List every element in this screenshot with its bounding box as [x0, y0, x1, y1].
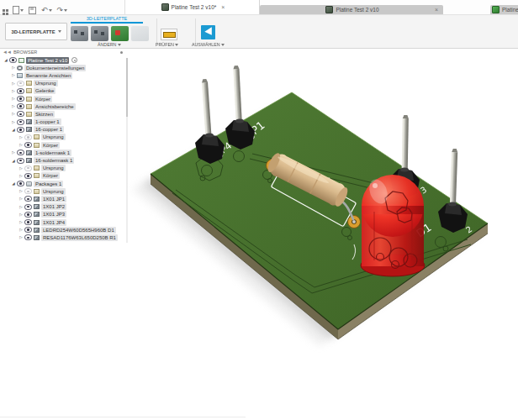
- tree-item-label[interactable]: Körper: [41, 172, 60, 179]
- tree-item[interactable]: ▷1-soldermask 1: [0, 149, 130, 156]
- visibility-eye-icon[interactable]: [9, 57, 17, 63]
- chevron-icon[interactable]: ◢: [10, 181, 17, 186]
- board-edit-tool-icon[interactable]: [91, 26, 108, 41]
- tree-item[interactable]: ▷Ursprung: [0, 165, 130, 172]
- tree-item[interactable]: ◢16-soldermask 1: [0, 156, 130, 164]
- visibility-eye-icon[interactable]: [24, 142, 32, 148]
- select-cursor-icon[interactable]: [201, 25, 215, 39]
- tree-item[interactable]: ▷Ansichtsbereiche: [0, 102, 130, 110]
- visibility-eye-icon[interactable]: [17, 119, 24, 125]
- pin-header-jp1[interactable]: [225, 66, 255, 150]
- tree-item-label[interactable]: Ursprung: [41, 165, 66, 171]
- chevron-icon[interactable]: ◢: [10, 128, 17, 132]
- aendern-menu[interactable]: ÄNDERN: [98, 42, 121, 47]
- pin-header-jp2[interactable]: [438, 149, 468, 233]
- tree-item[interactable]: ▷1X01 JP1: [0, 195, 130, 202]
- tree-item[interactable]: ▷1X01 JP2: [0, 203, 130, 211]
- chevron-icon[interactable]: ▷: [18, 189, 24, 193]
- chevron-icon[interactable]: ◢: [10, 159, 17, 163]
- tree-item-label[interactable]: 1-copper 1: [34, 118, 61, 125]
- chevron-icon[interactable]: ▷: [10, 97, 17, 101]
- chevron-icon[interactable]: ▷: [10, 73, 17, 77]
- chevron-icon[interactable]: ▷: [18, 166, 24, 171]
- tree-item-label[interactable]: 1X01 JP3: [41, 211, 66, 218]
- tree-item-label[interactable]: 1X01 JP2: [41, 203, 66, 210]
- tree-item[interactable]: ◢16-copper 1: [0, 126, 130, 134]
- tree-item[interactable]: ▷Benannte Ansichten: [0, 71, 130, 79]
- visibility-eye-icon[interactable]: [24, 227, 32, 233]
- tree-item-label[interactable]: 16-soldermask 1: [34, 157, 74, 164]
- chevron-icon[interactable]: ▷: [18, 213, 24, 217]
- chevron-icon[interactable]: ▷: [18, 205, 24, 209]
- activate-radio-icon[interactable]: [71, 57, 77, 63]
- tree-item-label[interactable]: Ursprung: [41, 188, 66, 195]
- chevron-icon[interactable]: ▷: [18, 235, 24, 239]
- app-grid-icon[interactable]: [3, 9, 5, 12]
- visibility-eye-icon[interactable]: [17, 111, 24, 117]
- chevron-icon[interactable]: ▷: [18, 197, 24, 201]
- visibility-eye-icon[interactable]: [24, 234, 32, 240]
- visibility-eye-icon[interactable]: [17, 96, 24, 102]
- tree-item-label[interactable]: 1X01 JP4: [41, 219, 66, 226]
- tree-item-label[interactable]: Platine Test 2 v10: [26, 57, 69, 64]
- tree-item[interactable]: ▷1-copper 1: [0, 118, 130, 126]
- tree-item-label[interactable]: Benannte Ansichten: [24, 72, 72, 79]
- redo-button[interactable]: ↷: [57, 7, 68, 14]
- document-tab-active[interactable]: Platine Test 2 v10* ×: [124, 0, 260, 14]
- close-tab-icon[interactable]: ×: [435, 7, 438, 13]
- tree-item[interactable]: ▷RESAD1176W63L650D250B R1: [0, 234, 130, 241]
- visibility-eye-icon[interactable]: [17, 103, 24, 109]
- document-tab-partial[interactable]: Platine: [490, 5, 518, 14]
- tree-item[interactable]: ▷1X01 JP4: [0, 218, 130, 226]
- chevron-icon[interactable]: ▷: [18, 135, 24, 139]
- tree-item[interactable]: ▷Gelenke: [0, 87, 130, 95]
- workspace-selector-button[interactable]: 3D-LEITERPLATTE: [5, 23, 67, 40]
- tree-item-label[interactable]: 16-copper 1: [34, 126, 64, 133]
- visibility-eye-icon[interactable]: [17, 88, 24, 94]
- close-tab-icon[interactable]: ×: [221, 4, 225, 10]
- browser-header[interactable]: ◄◄ BROWSER: [0, 48, 130, 56]
- tree-item[interactable]: ▷Ursprung: [0, 80, 130, 87]
- chevron-icon[interactable]: ▷: [10, 112, 17, 116]
- visibility-eye-icon[interactable]: [17, 150, 24, 155]
- pcb-board[interactable]: [151, 92, 488, 339]
- document-tab-inactive[interactable]: Platine Test 2 v10 ×: [260, 5, 443, 14]
- component-color-tool-icon[interactable]: [111, 26, 129, 41]
- tree-item[interactable]: ▷Skizzen: [0, 110, 130, 118]
- pin-header-jp4[interactable]: [195, 79, 225, 164]
- chevron-icon[interactable]: ▷: [18, 228, 24, 232]
- save-icon[interactable]: [29, 7, 36, 14]
- tree-item-label[interactable]: Körper: [34, 96, 52, 102]
- visibility-eye-icon[interactable]: [17, 127, 24, 133]
- chevron-icon[interactable]: ▷: [18, 220, 24, 224]
- chevron-icon[interactable]: ▷: [18, 143, 24, 147]
- chevron-icon[interactable]: ◢: [3, 58, 9, 62]
- tree-item[interactable]: ▷Körper: [0, 172, 130, 180]
- chevron-icon[interactable]: ▷: [10, 150, 17, 155]
- visibility-eye-icon[interactable]: [24, 188, 32, 194]
- visibility-eye-icon[interactable]: [24, 196, 32, 202]
- visibility-eye-icon[interactable]: [17, 158, 24, 164]
- tree-item-label[interactable]: LEDRD254W60D565H960B D1: [41, 227, 116, 234]
- tree-item[interactable]: ▷1X01 JP3: [0, 211, 130, 218]
- tree-item[interactable]: ▷Ursprung: [0, 134, 130, 141]
- tree-item[interactable]: ▷Körper: [0, 95, 130, 102]
- collapse-panel-icon[interactable]: ◄◄: [3, 50, 11, 55]
- chevron-icon[interactable]: ▷: [10, 120, 17, 124]
- chevron-icon[interactable]: ▷: [10, 104, 17, 108]
- tree-item-label[interactable]: Skizzen: [34, 111, 55, 118]
- tree-item-label[interactable]: Ursprung: [41, 134, 66, 140]
- auswaehlen-menu[interactable]: AUSWÄHLEN: [192, 42, 225, 47]
- chevron-icon[interactable]: ▷: [10, 66, 17, 70]
- visibility-eye-icon[interactable]: [17, 181, 24, 186]
- chevron-icon[interactable]: ▷: [18, 174, 24, 178]
- tree-item[interactable]: ◢Packages 1: [0, 180, 130, 187]
- chevron-icon[interactable]: ▷: [10, 81, 17, 86]
- tree-item[interactable]: ▷Ursprung: [0, 187, 130, 195]
- pruefen-menu[interactable]: PRÜFEN: [156, 42, 178, 47]
- visibility-eye-icon[interactable]: [24, 212, 32, 218]
- tree-item[interactable]: ◢Platine Test 2 v10: [0, 56, 130, 64]
- led-d1[interactable]: [361, 175, 425, 276]
- measure-ruler-icon[interactable]: [161, 29, 177, 40]
- tree-item-label[interactable]: 1-soldermask 1: [34, 150, 71, 156]
